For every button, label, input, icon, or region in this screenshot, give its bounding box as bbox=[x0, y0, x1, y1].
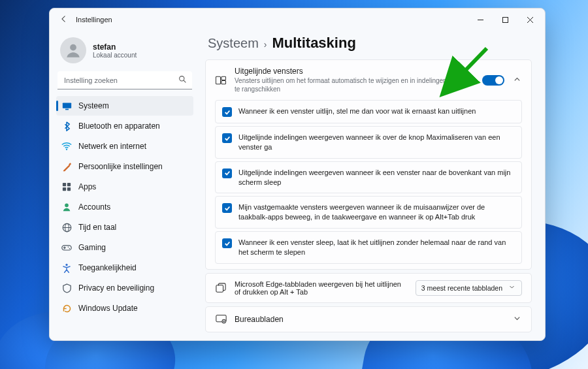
snap-toggle-label: Aan bbox=[461, 76, 474, 84]
person-icon bbox=[65, 42, 82, 59]
svg-rect-24 bbox=[216, 76, 220, 84]
svg-rect-25 bbox=[221, 76, 226, 80]
edge-tabs-card: Microsoft Edge-tabbladen weergeven bij h… bbox=[205, 273, 532, 303]
sidebar-item-label: Privacy en beveiliging bbox=[78, 283, 154, 293]
svg-line-6 bbox=[184, 80, 186, 82]
back-arrow-icon bbox=[60, 15, 68, 23]
snap-option-text: Wanneer ik een venster uitlijn, stel me … bbox=[238, 106, 476, 116]
checkbox[interactable] bbox=[222, 168, 232, 178]
breadcrumb-separator: › bbox=[264, 39, 267, 50]
snap-option-row: Uitgelijnde indelingen weergeven wanneer… bbox=[215, 126, 522, 159]
search-input[interactable] bbox=[57, 71, 192, 89]
maximize-button[interactable] bbox=[493, 10, 517, 29]
person-icon bbox=[61, 202, 72, 212]
search-icon bbox=[178, 75, 187, 86]
bluetooth-icon bbox=[61, 121, 72, 131]
user-name: stefan bbox=[93, 42, 137, 52]
sidebar-item-shield[interactable]: Privacy en beveiliging bbox=[56, 278, 193, 298]
sidebar-item-label: Gaming bbox=[78, 243, 106, 252]
edge-tabs-text: Microsoft Edge-tabbladen weergeven bij h… bbox=[235, 280, 408, 296]
clock-globe-icon bbox=[61, 222, 72, 233]
sidebar-item-wifi[interactable]: Netwerk en internet bbox=[56, 136, 193, 156]
edge-tabs-dropdown[interactable]: 3 meest recente tabbladen bbox=[416, 280, 522, 296]
update-icon bbox=[61, 303, 72, 313]
snap-windows-card: Uitgelijnde vensters Vensters uitlijnen … bbox=[205, 59, 532, 270]
sidebar-item-bluetooth[interactable]: Bluetooth en apparaten bbox=[56, 116, 193, 136]
snap-option-text: Mijn vastgemaakte vensters weergeven wan… bbox=[238, 202, 515, 222]
desktop-icon bbox=[215, 313, 227, 325]
snap-option-row: Mijn vastgemaakte vensters weergeven wan… bbox=[215, 196, 522, 229]
minimize-button[interactable] bbox=[468, 10, 493, 29]
snap-option-text: Uitgelijnde indelingen weergeven wanneer… bbox=[238, 168, 515, 187]
sidebar-item-label: Windows Update bbox=[78, 304, 138, 313]
svg-rect-12 bbox=[63, 187, 66, 191]
chevron-down-icon bbox=[508, 284, 516, 291]
window-title: Instellingen bbox=[76, 16, 112, 24]
snap-option-row: Uitgelijnde indelingen weergeven wanneer… bbox=[215, 161, 522, 194]
display-icon bbox=[61, 101, 72, 111]
svg-point-5 bbox=[180, 76, 184, 81]
sidebar-item-label: Persoonlijke instellingen bbox=[78, 162, 163, 171]
svg-rect-8 bbox=[65, 108, 69, 110]
main-content: Systeem › Multitasking Uitgelijnde venst… bbox=[200, 31, 545, 340]
svg-point-21 bbox=[68, 246, 69, 248]
svg-point-14 bbox=[65, 204, 69, 208]
sidebar-item-paint[interactable]: Persoonlijke instellingen bbox=[56, 157, 193, 176]
sidebar-item-display[interactable]: Systeem bbox=[56, 96, 193, 116]
avatar bbox=[60, 37, 86, 63]
sidebar-item-label: Toegankelijkheid bbox=[78, 263, 137, 272]
gamepad-icon bbox=[61, 242, 72, 253]
sidebar-item-label: Tijd en taal bbox=[78, 223, 116, 232]
breadcrumb-parent[interactable]: Systeem bbox=[208, 36, 259, 51]
checkbox[interactable] bbox=[222, 107, 232, 117]
checkbox[interactable] bbox=[222, 203, 232, 213]
page-title: Multitasking bbox=[272, 35, 355, 52]
sidebar-item-person[interactable]: Accounts bbox=[56, 197, 193, 217]
sidebar-item-update[interactable]: Windows Update bbox=[56, 298, 193, 318]
settings-window: Instellingen stefan Lokaal account bbox=[49, 8, 546, 341]
back-button[interactable] bbox=[56, 15, 72, 25]
svg-rect-27 bbox=[216, 285, 223, 292]
edge-tabs-row: Microsoft Edge-tabbladen weergeven bij h… bbox=[206, 274, 531, 302]
sidebar-item-clock-globe[interactable]: Tijd en taal bbox=[56, 217, 193, 237]
svg-rect-26 bbox=[221, 80, 226, 84]
sidebar-item-apps[interactable]: Apps bbox=[56, 177, 193, 197]
svg-point-22 bbox=[69, 248, 71, 249]
desktops-title: Bureaubladen bbox=[235, 315, 504, 324]
snap-options-list: Wanneer ik een venster uitlijn, stel me … bbox=[206, 100, 531, 269]
sidebar-item-label: Systeem bbox=[78, 101, 109, 110]
svg-rect-7 bbox=[62, 103, 71, 108]
snap-toggle[interactable] bbox=[482, 75, 504, 86]
wifi-icon bbox=[61, 141, 72, 152]
titlebar: Instellingen bbox=[50, 8, 545, 31]
snap-option-text: Wanneer ik een venster sleep, laat ik he… bbox=[238, 238, 515, 257]
user-info: stefan Lokaal account bbox=[93, 42, 137, 59]
desktops-card: Bureaubladen bbox=[205, 306, 532, 332]
sidebar-item-label: Apps bbox=[78, 182, 96, 191]
snap-windows-header[interactable]: Uitgelijnde vensters Vensters uitlijnen … bbox=[206, 60, 531, 100]
close-icon bbox=[527, 16, 534, 24]
svg-point-23 bbox=[65, 263, 67, 265]
snap-option-row: Wanneer ik een venster sleep, laat ik he… bbox=[215, 231, 522, 264]
checkbox[interactable] bbox=[222, 238, 232, 248]
paint-icon bbox=[61, 161, 72, 172]
sidebar-item-label: Accounts bbox=[78, 202, 110, 212]
chevron-up-icon[interactable] bbox=[512, 76, 522, 84]
close-button[interactable] bbox=[517, 10, 542, 29]
apps-icon bbox=[61, 182, 72, 192]
sidebar-item-label: Bluetooth en apparaten bbox=[78, 121, 160, 131]
svg-rect-1 bbox=[502, 17, 508, 22]
checkbox[interactable] bbox=[222, 133, 232, 143]
user-subtitle: Lokaal account bbox=[93, 52, 137, 59]
sidebar-item-gamepad[interactable]: Gaming bbox=[56, 238, 193, 257]
svg-point-4 bbox=[70, 44, 76, 51]
snap-option-row: Wanneer ik een venster uitlijn, stel me … bbox=[215, 100, 522, 123]
user-profile[interactable]: stefan Lokaal account bbox=[56, 35, 193, 71]
minimize-icon bbox=[477, 16, 484, 24]
shield-icon bbox=[61, 283, 72, 293]
sidebar-item-accessibility[interactable]: Toegankelijkheid bbox=[56, 258, 193, 278]
breadcrumb: Systeem › Multitasking bbox=[208, 35, 532, 52]
desktops-header[interactable]: Bureaubladen bbox=[206, 307, 531, 332]
chevron-down-icon[interactable] bbox=[512, 315, 522, 323]
maximize-icon bbox=[502, 16, 509, 24]
